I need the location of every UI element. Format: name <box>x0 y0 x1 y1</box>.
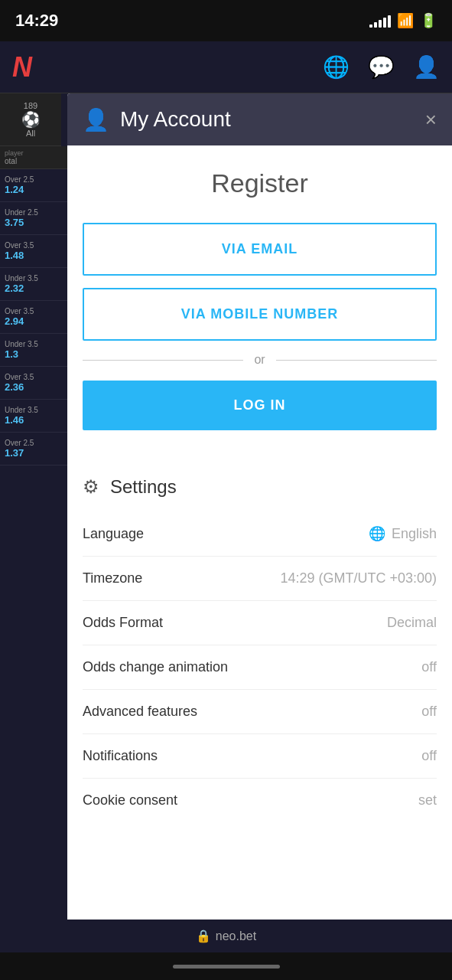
settings-row-notifications[interactable]: Notifications off <box>83 734 437 779</box>
via-email-button[interactable]: VIA EMAIL <box>83 223 437 276</box>
all-label: All <box>6 129 55 138</box>
chat-icon[interactable]: 💬 <box>368 54 395 80</box>
sports-all-tab[interactable]: 189 ⚽ All <box>0 93 61 146</box>
settings-row-advanced[interactable]: Advanced features off <box>83 690 437 734</box>
panel-body: Register VIA EMAIL VIA MOBILE NUMBER or … <box>67 145 452 469</box>
odds-format-value: Decimal <box>387 615 437 631</box>
notifications-label: Notifications <box>83 748 158 764</box>
footer: 🔒 neo.bet <box>0 920 452 980</box>
header-icons: 🌐 💬 👤 <box>323 54 440 80</box>
bg-table: Over 2.5 1.24 Under 2.5 3.75 Over 3.5 1.… <box>0 169 69 466</box>
battery-icon: 🔋 <box>420 12 437 29</box>
settings-title: Settings <box>110 476 177 498</box>
odds-format-label: Odds Format <box>83 615 163 631</box>
bg-row: Over 2.5 1.24 <box>0 169 69 202</box>
wifi-icon: 📶 <box>397 12 414 29</box>
settings-gear-icon: ⚙ <box>83 476 99 498</box>
timezone-value: 14:29 (GMT/UTC +03:00) <box>280 570 437 586</box>
settings-section: ⚙ Settings Language 🌐 English Timezone 1… <box>67 469 452 838</box>
my-account-panel: 👤 My Account × Register VIA EMAIL VIA MO… <box>67 93 452 980</box>
lock-icon: 🔒 <box>196 929 211 943</box>
or-divider: or <box>83 353 437 367</box>
settings-row-cookie[interactable]: Cookie consent set <box>83 779 437 822</box>
via-mobile-button[interactable]: VIA MOBILE NUMBER <box>83 288 437 341</box>
bg-row: Over 2.5 1.37 <box>0 433 69 466</box>
or-text: or <box>254 353 265 367</box>
col-header: player otal <box>0 146 69 169</box>
status-icons: 📶 🔋 <box>369 12 437 29</box>
register-title: Register <box>83 168 437 198</box>
odds-animation-value: off <box>421 659 437 675</box>
notifications-value: off <box>421 748 437 764</box>
app-header: N 🌐 💬 👤 <box>0 41 452 93</box>
bg-row: Over 3.5 2.94 <box>0 301 69 334</box>
signal-bars-icon <box>369 14 391 28</box>
status-bar: 14:29 📶 🔋 <box>0 0 452 41</box>
panel-user-icon: 👤 <box>83 107 109 132</box>
divider-line-right <box>276 360 437 361</box>
home-bar <box>173 965 280 969</box>
panel-header: 👤 My Account × <box>67 93 452 145</box>
bg-row: Over 3.5 1.48 <box>0 235 69 268</box>
cookie-label: Cookie consent <box>83 792 177 808</box>
advanced-value: off <box>421 704 437 720</box>
bg-row: Under 2.5 3.75 <box>0 202 69 235</box>
bg-row: Over 3.5 2.36 <box>0 367 69 400</box>
settings-row-timezone[interactable]: Timezone 14:29 (GMT/UTC +03:00) <box>83 557 437 601</box>
bg-row: Under 3.5 1.3 <box>0 334 69 367</box>
settings-row-odds-animation[interactable]: Odds change animation off <box>83 645 437 690</box>
url-text: neo.bet <box>216 929 256 943</box>
divider-line-left <box>83 360 243 361</box>
panel-title: My Account <box>120 107 231 132</box>
settings-row-odds-format[interactable]: Odds Format Decimal <box>83 601 437 645</box>
cookie-value: set <box>418 792 437 808</box>
app-logo: N <box>12 51 32 83</box>
bg-row: Under 3.5 2.32 <box>0 268 69 301</box>
advanced-label: Advanced features <box>83 704 197 720</box>
globe-icon[interactable]: 🌐 <box>323 54 350 80</box>
sports-badge: 189 <box>6 101 55 110</box>
login-button[interactable]: LOG IN <box>83 381 437 430</box>
footer-url: 🔒 neo.bet <box>0 920 452 952</box>
globe-language-icon: 🌐 <box>369 525 385 542</box>
language-label: Language <box>83 526 144 542</box>
status-time: 14:29 <box>15 11 58 31</box>
sidebar-background: 189 ⚽ All player otal Over 2.5 1.24 Unde… <box>0 93 69 980</box>
home-indicator <box>0 952 452 980</box>
language-value: 🌐 English <box>369 525 437 542</box>
odds-animation-label: Odds change animation <box>83 659 228 675</box>
user-icon[interactable]: 👤 <box>413 54 440 80</box>
close-button[interactable]: × <box>425 108 437 132</box>
bg-row: Under 3.5 1.46 <box>0 400 69 433</box>
settings-header: ⚙ Settings <box>83 476 437 498</box>
settings-row-language[interactable]: Language 🌐 English <box>83 511 437 557</box>
timezone-label: Timezone <box>83 570 142 586</box>
